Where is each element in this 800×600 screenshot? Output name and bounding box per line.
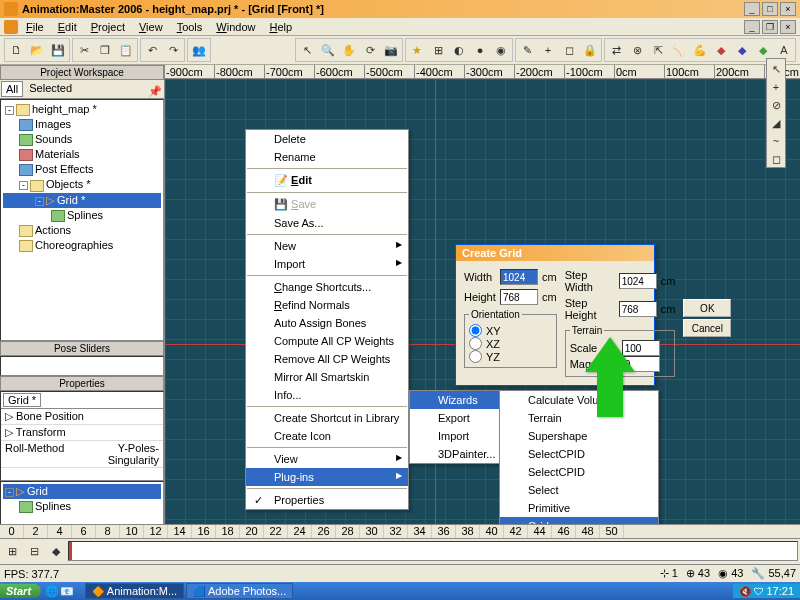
ctx-refind[interactable]: Refind Normals bbox=[246, 296, 408, 314]
pin-icon[interactable]: 📌 bbox=[147, 81, 163, 95]
quicklaunch-icon2[interactable]: 📧 bbox=[60, 585, 74, 598]
menu-help[interactable]: Help bbox=[263, 20, 298, 34]
add-tool[interactable]: + bbox=[538, 40, 558, 60]
tree-posteffects[interactable]: Post Effects bbox=[3, 162, 161, 177]
ctx-shortcuts[interactable]: Change Shortcuts... bbox=[246, 278, 408, 296]
copy-button[interactable]: ❐ bbox=[95, 40, 115, 60]
extrude-tool[interactable]: ⇱ bbox=[648, 40, 668, 60]
pointer-tool[interactable]: ↖ bbox=[297, 40, 317, 60]
distort-tool[interactable]: ◆ bbox=[711, 40, 731, 60]
mdi-close[interactable]: × bbox=[780, 20, 796, 34]
project-tree[interactable]: -height_map * Images Sounds Materials Po… bbox=[0, 99, 164, 341]
undo-button[interactable]: ↶ bbox=[142, 40, 162, 60]
cut-button[interactable]: ✂ bbox=[74, 40, 94, 60]
redo-button[interactable]: ↷ bbox=[163, 40, 183, 60]
timeline-cursor[interactable] bbox=[69, 542, 72, 560]
properties-panel[interactable]: Grid * ▷ Bone Position ▷ Transform Roll-… bbox=[0, 391, 164, 481]
paste-button[interactable]: 📋 bbox=[116, 40, 136, 60]
rtool-pointer[interactable]: ↖ bbox=[767, 59, 785, 77]
ctx-properties[interactable]: Properties bbox=[246, 491, 408, 509]
input-width[interactable] bbox=[500, 269, 538, 285]
menu-edit[interactable]: Edit bbox=[52, 20, 83, 34]
rtool-smooth[interactable]: ~ bbox=[767, 131, 785, 149]
rtool-add[interactable]: + bbox=[767, 77, 785, 95]
ctx-new[interactable]: New bbox=[246, 237, 408, 255]
tab-selected[interactable]: Selected bbox=[25, 81, 76, 97]
sub-splines[interactable]: Splines bbox=[3, 499, 161, 514]
ctx-rename[interactable]: Rename bbox=[246, 148, 408, 166]
quicklaunch-icon[interactable]: 🌐 bbox=[45, 585, 59, 598]
menu-project[interactable]: Project bbox=[85, 20, 131, 34]
group-tool[interactable]: ◆ bbox=[753, 40, 773, 60]
menu-tools[interactable]: Tools bbox=[171, 20, 209, 34]
tl-key[interactable]: ◆ bbox=[46, 541, 66, 561]
ctx-edit[interactable]: 📝 Edit bbox=[246, 171, 408, 190]
tree-grid[interactable]: -▷ Grid * bbox=[3, 193, 161, 208]
muscle-tool[interactable]: 💪 bbox=[690, 40, 710, 60]
radio-xy[interactable] bbox=[469, 324, 482, 337]
input-steph[interactable] bbox=[619, 301, 657, 317]
sub-grid[interactable]: -▷ Grid bbox=[3, 484, 161, 499]
input-height[interactable] bbox=[500, 289, 538, 305]
lathe-tool[interactable]: ⊗ bbox=[627, 40, 647, 60]
zoom-tool[interactable]: 🔍 bbox=[318, 40, 338, 60]
star-tool[interactable]: ★ bbox=[407, 40, 427, 60]
camera-tool[interactable]: 📷 bbox=[381, 40, 401, 60]
timeline[interactable]: 0246810121416182022242628303234363840424… bbox=[0, 524, 800, 564]
bones-tool[interactable]: 🦴 bbox=[669, 40, 689, 60]
edit-tool[interactable]: ✎ bbox=[517, 40, 537, 60]
ctx3-selectcpid2[interactable]: SelectCPID bbox=[500, 463, 658, 481]
tree-root[interactable]: -height_map * bbox=[3, 102, 161, 117]
tree-images[interactable]: Images bbox=[3, 117, 161, 132]
mdi-minimize[interactable]: _ bbox=[744, 20, 760, 34]
ctx-import[interactable]: Import bbox=[246, 255, 408, 273]
ctx-autobones[interactable]: Auto Assign Bones bbox=[246, 314, 408, 332]
viewport[interactable]: Delete Rename 📝 Edit 💾 Save Save As... N… bbox=[165, 79, 800, 565]
tree-actions[interactable]: Actions bbox=[3, 223, 161, 238]
ctx3-primitive[interactable]: Primitive bbox=[500, 499, 658, 517]
hide-tool[interactable]: ◻ bbox=[559, 40, 579, 60]
community-button[interactable]: 👥 bbox=[189, 40, 209, 60]
ctx-remove[interactable]: Remove All CP Weights bbox=[246, 350, 408, 368]
ok-button[interactable]: OK bbox=[683, 299, 731, 317]
maximize-button[interactable]: □ bbox=[762, 2, 778, 16]
rtool-break[interactable]: ⊘ bbox=[767, 95, 785, 113]
prop-transform[interactable]: ▷ Transform bbox=[1, 425, 163, 441]
prop-bone[interactable]: ▷ Bone Position bbox=[1, 409, 163, 425]
ctx-plugins[interactable]: Plug-ins bbox=[246, 468, 408, 486]
tree-sounds[interactable]: Sounds bbox=[3, 132, 161, 147]
menu-file[interactable]: FFileile bbox=[20, 20, 50, 34]
tree-choreographies[interactable]: Choreographies bbox=[3, 238, 161, 253]
prop-roll[interactable]: Roll-MethodY-Poles-Singularity bbox=[1, 441, 163, 468]
tl-mode1[interactable]: ⊞ bbox=[2, 541, 22, 561]
menu-window[interactable]: Window bbox=[210, 20, 261, 34]
radio-yz[interactable] bbox=[469, 350, 482, 363]
lock-tool[interactable]: 🔒 bbox=[580, 40, 600, 60]
start-button[interactable]: Start bbox=[0, 584, 41, 598]
tree-splines[interactable]: Splines bbox=[3, 208, 161, 223]
mdi-restore[interactable]: ❐ bbox=[762, 20, 778, 34]
rtool-peak[interactable]: ◢ bbox=[767, 113, 785, 131]
shaded-button[interactable]: ◐ bbox=[449, 40, 469, 60]
ctx-mirror[interactable]: Mirror All Smartskin bbox=[246, 368, 408, 386]
decal-tool[interactable]: ◆ bbox=[732, 40, 752, 60]
ctx-view[interactable]: View bbox=[246, 450, 408, 468]
ctx-libshortcut[interactable]: Create Shortcut in Library bbox=[246, 409, 408, 427]
tab-all[interactable]: All bbox=[1, 81, 23, 97]
open-button[interactable]: 📂 bbox=[27, 40, 47, 60]
ctx3-select[interactable]: Select bbox=[500, 481, 658, 499]
ctx-createicon[interactable]: Create Icon bbox=[246, 427, 408, 445]
input-stepw[interactable] bbox=[619, 273, 657, 289]
menu-view[interactable]: View bbox=[133, 20, 169, 34]
final-button[interactable]: ◉ bbox=[491, 40, 511, 60]
ctx-compute[interactable]: Compute All CP Weights bbox=[246, 332, 408, 350]
save-button[interactable]: 💾 bbox=[48, 40, 68, 60]
system-tray[interactable]: 🔇 🛡 17:21 bbox=[733, 584, 800, 598]
tree-materials[interactable]: Materials bbox=[3, 147, 161, 162]
render-button[interactable]: ● bbox=[470, 40, 490, 60]
ctx-saveas[interactable]: Save As... bbox=[246, 214, 408, 232]
radio-xz[interactable] bbox=[469, 337, 482, 350]
rotate-tool[interactable]: ⟳ bbox=[360, 40, 380, 60]
ctx3-supershape[interactable]: Supershape bbox=[500, 427, 658, 445]
ctx3-selectcpid1[interactable]: SelectCPID bbox=[500, 445, 658, 463]
